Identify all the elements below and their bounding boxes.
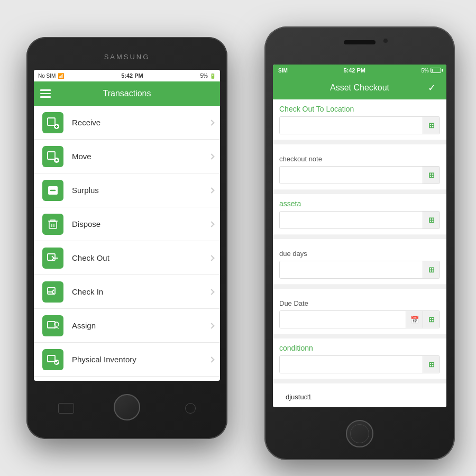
iphone-header: Asset Checkout ✓ <box>273 76 446 99</box>
due-days-input[interactable] <box>280 261 423 278</box>
menu-item-checkout[interactable]: Check Out <box>34 241 220 275</box>
svg-rect-16 <box>48 322 55 328</box>
due-date-input-row: 📅 ⊞ <box>279 310 440 328</box>
menu-item-surplus[interactable]: Surplus <box>34 173 220 207</box>
checkout-note-input-row: ⊞ <box>279 166 440 184</box>
svg-rect-12 <box>48 254 55 260</box>
checkout-note-scan-button[interactable]: ⊞ <box>423 167 440 184</box>
checkout-label: Check Out <box>72 253 212 262</box>
checkmark-button[interactable]: ✓ <box>424 80 439 95</box>
scene: SAMSUNG No SIM 📶 5:42 PM 5% 🔋 Trans <box>11 11 465 465</box>
no-sim-label: No SIM <box>38 73 56 79</box>
dispose-icon-box <box>42 214 63 235</box>
samsung-screen: No SIM 📶 5:42 PM 5% 🔋 Transactions <box>34 70 220 381</box>
asseta-input[interactable] <box>280 212 423 228</box>
move-label: Move <box>72 152 212 161</box>
battery-label: 5% <box>200 73 208 79</box>
samsung-status-bar: No SIM 📶 5:42 PM 5% 🔋 <box>34 70 220 81</box>
samsung-brand-label: SAMSUNG <box>104 53 150 61</box>
transactions-menu-list: Receive Move <box>34 106 220 377</box>
menu-item-checkin[interactable]: Check In <box>34 275 220 309</box>
physical-icon <box>47 353 59 366</box>
condition-scan-button[interactable]: ⊞ <box>423 356 440 373</box>
due-days-scan-button[interactable]: ⊞ <box>423 261 440 278</box>
due-date-label: Due Date <box>279 299 440 307</box>
asseta-scan-button[interactable]: ⊞ <box>423 212 440 228</box>
samsung-time: 5:42 PM <box>121 72 143 79</box>
receive-icon <box>47 116 59 129</box>
checkout-note-input[interactable] <box>280 167 423 184</box>
battery-icon <box>431 68 441 73</box>
checkout-location-input[interactable] <box>280 117 423 134</box>
svg-rect-0 <box>48 118 55 125</box>
samsung-recent-button[interactable] <box>185 403 196 414</box>
menu-item-physical[interactable]: Physical Inventory <box>34 343 220 377</box>
checkout-note-section: checkout note ⊞ <box>273 144 446 189</box>
condition-section: conditionn ⊞ <box>273 338 446 379</box>
due-days-input-row: ⊞ <box>279 261 440 279</box>
checkout-note-label: checkout note <box>279 155 440 163</box>
separator-6 <box>273 379 446 383</box>
due-days-section: due days ⊞ <box>273 239 446 284</box>
iphone-screen: SIM 5:42 PM 5% Asset Checkout ✓ Check Ou <box>273 65 446 407</box>
checkin-icon-box <box>42 281 63 303</box>
wifi-icon: 📶 <box>58 73 64 79</box>
samsung-phone: SAMSUNG No SIM 📶 5:42 PM 5% 🔋 Trans <box>26 37 227 439</box>
condition-input-row: ⊞ <box>279 355 440 373</box>
menu-item-receive[interactable]: Receive <box>34 106 220 140</box>
svg-rect-18 <box>48 355 55 362</box>
battery-icon: 🔋 <box>209 73 216 79</box>
checkout-location-link[interactable]: Check Out To Location <box>279 105 440 113</box>
due-date-section: Due Date 📅 ⊞ <box>273 289 446 334</box>
surplus-label: Surplus <box>72 186 212 195</box>
iphone-speaker <box>344 40 376 44</box>
separator-3 <box>273 235 446 239</box>
iphone-status-right: 5% <box>422 68 441 74</box>
due-date-input[interactable] <box>280 311 406 328</box>
svg-rect-4 <box>48 152 55 159</box>
svg-rect-9 <box>49 222 57 228</box>
iphone-home-inner-ring <box>350 424 369 443</box>
menu-item-assign[interactable]: Assign <box>34 309 220 343</box>
surplus-icon <box>47 184 59 197</box>
iphone-sim-label: SIM <box>278 68 288 74</box>
due-date-scan-button[interactable]: ⊞ <box>423 311 440 328</box>
surplus-icon-box <box>42 180 63 201</box>
dispose-icon <box>47 218 59 231</box>
separator-4 <box>273 285 446 289</box>
checkout-location-scan-button[interactable]: ⊞ <box>423 117 440 134</box>
samsung-header-title: Transactions <box>57 89 197 98</box>
move-icon-box <box>42 146 63 167</box>
checkout-icon-box <box>42 248 63 269</box>
hamburger-menu-button[interactable] <box>40 89 51 98</box>
checkout-location-input-row: ⊞ <box>279 116 440 134</box>
menu-item-dispose[interactable]: Dispose <box>34 207 220 241</box>
menu-item-move[interactable]: Move <box>34 140 220 173</box>
svg-rect-14 <box>48 288 55 294</box>
assign-label: Assign <box>72 321 212 330</box>
condition-input[interactable] <box>280 356 423 373</box>
samsung-header: Transactions <box>34 81 220 106</box>
samsung-home-button[interactable] <box>114 394 140 420</box>
iphone-form-content: Check Out To Location ⊞ checkout note ⊞ <box>273 99 446 407</box>
samsung-status-left: No SIM 📶 <box>38 73 64 79</box>
assign-icon <box>47 319 59 332</box>
svg-point-6 <box>56 159 58 161</box>
condition-link[interactable]: conditionn <box>279 344 440 352</box>
receive-icon-box <box>42 112 63 133</box>
physical-label: Physical Inventory <box>72 355 212 364</box>
samsung-back-button[interactable] <box>58 403 74 414</box>
iphone: SIM 5:42 PM 5% Asset Checkout ✓ Check Ou <box>264 26 455 460</box>
receive-label: Receive <box>72 118 212 127</box>
calendar-button[interactable]: 📅 <box>406 311 423 328</box>
asseta-section: asseta ⊞ <box>273 194 446 234</box>
asseta-input-row: ⊞ <box>279 211 440 229</box>
separator-1 <box>273 140 446 144</box>
assign-icon-box <box>42 315 63 336</box>
iphone-header-title: Asset Checkout <box>295 83 424 93</box>
separator-2 <box>273 190 446 194</box>
iphone-status-bar: SIM 5:42 PM 5% <box>273 65 446 76</box>
iphone-home-button[interactable] <box>346 420 373 447</box>
asseta-link[interactable]: asseta <box>279 199 440 208</box>
iphone-camera <box>383 38 388 43</box>
